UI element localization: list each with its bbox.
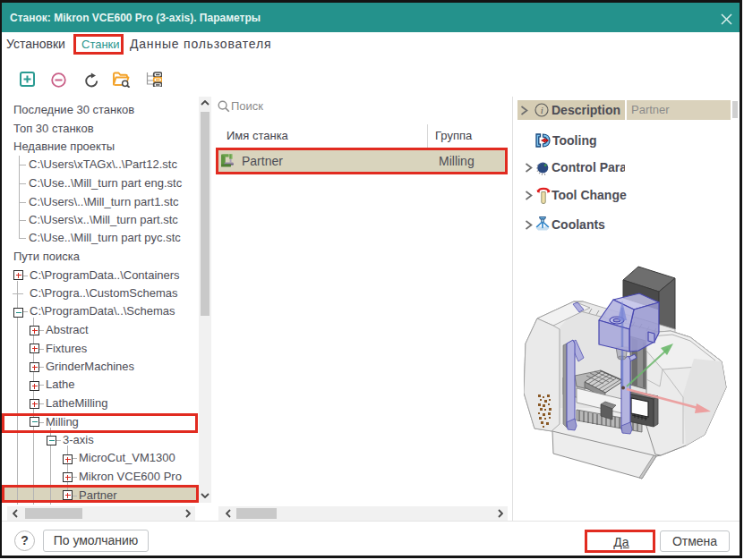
svg-text:i: i xyxy=(541,105,543,115)
